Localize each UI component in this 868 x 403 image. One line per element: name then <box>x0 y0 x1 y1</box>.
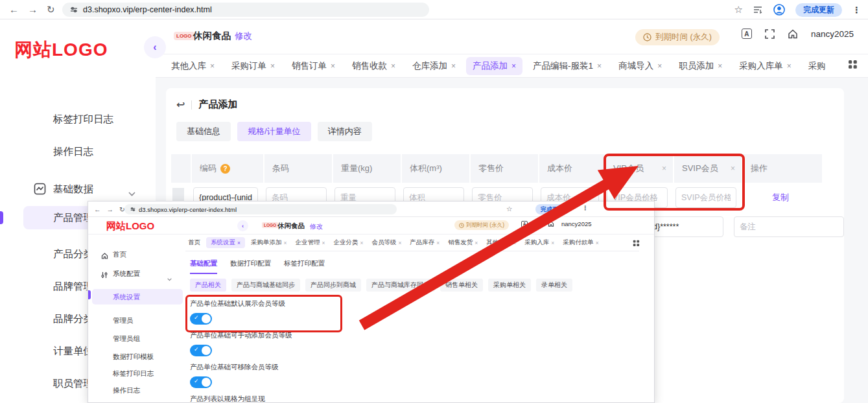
workspace-tab[interactable]: 其他出库 × <box>484 237 519 248</box>
close-tab-icon[interactable]: × <box>237 240 240 246</box>
bookmark-star-icon[interactable]: ☆ <box>506 205 512 213</box>
sidebar-group-base-data[interactable]: 基础数据 <box>0 178 156 201</box>
username[interactable]: nancy2025 <box>561 220 591 227</box>
home-icon[interactable] <box>788 29 798 39</box>
close-tab-icon[interactable]: × <box>210 62 215 71</box>
copy-row-link[interactable]: 复制 <box>772 192 789 203</box>
sidebar-collapse-button[interactable]: ‹ <box>144 36 166 58</box>
url-bar[interactable]: d3.shopxo.vip/erp-center-index.html <box>124 204 397 214</box>
profile-avatar-icon[interactable] <box>773 4 785 16</box>
home-icon[interactable] <box>548 221 554 227</box>
workspace-tab[interactable]: 销售收款 × <box>346 57 402 75</box>
workspace-tab[interactable]: 首页 <box>185 237 203 248</box>
back-icon[interactable]: ← <box>94 205 101 213</box>
sidebar-group-system-config[interactable]: 系统配置 <box>88 268 185 280</box>
config-tab[interactable]: 数据打印配置 <box>230 259 271 274</box>
workspace-tab[interactable]: 职员添加 × <box>672 57 729 75</box>
sidebar-item-home[interactable]: 首页 <box>88 249 185 260</box>
close-tab-icon[interactable]: × <box>596 240 599 246</box>
sidebar-collapse-button[interactable]: ‹ <box>237 220 248 231</box>
sidebar-item-label-print-log[interactable]: 标签打印日志 <box>88 368 185 380</box>
config-tab[interactable]: 基础配置 <box>190 259 217 274</box>
close-tab-icon[interactable]: × <box>331 62 335 71</box>
config-chip[interactable]: 销售单相关 <box>440 279 483 292</box>
config-chip[interactable]: 产品相关 <box>190 279 226 292</box>
chrome-menu-icon[interactable]: ⋮ <box>852 5 862 15</box>
workspace-tab[interactable]: 仓库添加 × <box>406 57 462 75</box>
code-input-row2[interactable] <box>647 216 723 237</box>
tab-grid-icon[interactable] <box>848 60 858 72</box>
workspace-tab[interactable]: 采购订单 × <box>225 57 281 75</box>
language-icon[interactable]: A <box>521 221 528 227</box>
toggle-switch[interactable] <box>190 376 212 388</box>
workspace-tab[interactable]: 采购 <box>802 57 832 75</box>
tab-grid-icon[interactable] <box>633 238 640 249</box>
reload-icon[interactable]: ↻ <box>47 4 55 16</box>
toggle-switch[interactable] <box>190 345 212 356</box>
workspace-tab[interactable]: 商城导入 × <box>612 57 668 75</box>
chrome-update-button[interactable]: 完成更新 <box>795 3 842 17</box>
workspace-tab[interactable]: 采购入库单 × <box>733 57 798 75</box>
help-icon[interactable]: ? <box>220 164 230 174</box>
chrome-update-button[interactable]: 完成更新 <box>535 204 569 214</box>
remark-input[interactable] <box>734 216 844 237</box>
workspace-tab[interactable]: 采购付款单 × <box>560 237 601 248</box>
config-chip[interactable]: 产品与商城基础同步 <box>231 279 300 292</box>
sidebar-item-admin[interactable]: 管理员 <box>88 315 185 327</box>
close-tab-icon[interactable]: × <box>597 62 602 71</box>
close-tab-icon[interactable]: × <box>398 240 401 246</box>
fullscreen-icon[interactable] <box>535 221 541 227</box>
remove-column-icon[interactable]: × <box>731 164 735 173</box>
edit-store-link[interactable]: 修改 <box>235 30 252 42</box>
close-tab-icon[interactable]: × <box>551 240 554 246</box>
sidebar-item-admin-group[interactable]: 管理员组 <box>88 333 185 345</box>
workspace-tab[interactable]: 企业管理 × <box>292 237 327 248</box>
workspace-tab[interactable]: 其他入库 × <box>165 57 221 75</box>
url-bar[interactable]: d3.shopxo.vip/erp-center-index.html <box>62 3 429 17</box>
close-tab-icon[interactable]: × <box>513 240 516 246</box>
close-tab-icon[interactable]: × <box>787 62 792 71</box>
close-tab-icon[interactable]: × <box>657 62 662 71</box>
close-tab-icon[interactable]: × <box>270 62 275 71</box>
config-chip[interactable]: 采购单相关 <box>488 279 531 292</box>
close-tab-icon[interactable]: × <box>283 240 287 246</box>
sidebar-item-operation-log[interactable]: 操作日志 <box>88 385 185 397</box>
close-tab-icon[interactable]: × <box>511 62 516 71</box>
workspace-tab[interactable]: 采购入库 × <box>522 237 557 248</box>
config-chip[interactable]: 产品与商城库存同步 <box>366 279 435 292</box>
site-settings-icon[interactable] <box>70 6 78 14</box>
workspace-tab[interactable]: 销售订单 × <box>285 57 342 75</box>
config-chip[interactable]: 产品同步到商城 <box>305 279 361 292</box>
workspace-tab[interactable]: 采购单添加 × <box>248 237 289 248</box>
forward-icon[interactable]: → <box>28 4 38 15</box>
page-tab[interactable]: 规格/计量单位 <box>237 122 311 141</box>
fullscreen-icon[interactable] <box>765 29 775 39</box>
close-tab-icon[interactable]: × <box>322 240 325 246</box>
workspace-tab[interactable]: 产品添加 × <box>466 57 522 75</box>
sidebar-item-operation-log[interactable]: 操作日志 <box>0 140 156 163</box>
toggle-switch[interactable] <box>190 313 212 325</box>
close-tab-icon[interactable]: × <box>436 240 440 246</box>
workspace-tab[interactable]: 销售发货 × <box>445 237 480 248</box>
forward-icon[interactable]: → <box>107 205 114 213</box>
close-tab-icon[interactable]: × <box>360 240 363 246</box>
back-arrow-icon[interactable]: ↩ <box>176 98 185 111</box>
bookmark-star-icon[interactable]: ☆ <box>734 4 743 16</box>
sidebar-item-label-print-log[interactable]: 标签打印日志 <box>0 108 156 131</box>
sidebar-item-system-settings[interactable]: 系统设置 <box>88 292 185 303</box>
close-tab-icon[interactable]: × <box>718 62 722 71</box>
workspace-tab[interactable]: 产品编辑-服装1 × <box>526 57 608 75</box>
remove-column-icon[interactable]: × <box>662 164 666 173</box>
config-tab[interactable]: 标签打印配置 <box>284 259 325 274</box>
close-tab-icon[interactable]: × <box>475 240 478 246</box>
sidebar-item-data-print-template[interactable]: 数据打印模板 <box>88 351 185 363</box>
workspace-tab[interactable]: 系统设置 × <box>206 237 245 248</box>
back-icon[interactable]: ← <box>9 4 19 15</box>
workspace-tab[interactable]: 产品库存 × <box>407 237 442 248</box>
svip-price-input[interactable] <box>675 187 736 208</box>
workspace-tab[interactable]: 企业分类 × <box>331 237 366 248</box>
workspace-tab[interactable]: 会员等级 × <box>369 237 404 248</box>
close-tab-icon[interactable]: × <box>451 62 456 71</box>
chrome-menu-icon[interactable]: ⋮ <box>582 205 588 211</box>
username[interactable]: nancy2025 <box>811 29 854 39</box>
